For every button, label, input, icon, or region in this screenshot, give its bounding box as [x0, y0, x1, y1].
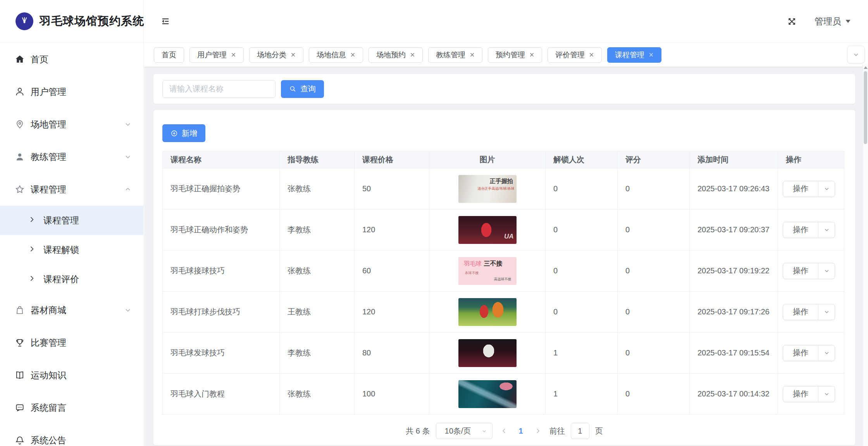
close-icon[interactable]	[410, 52, 415, 57]
sidebar-item-label: 器材商城	[31, 304, 66, 316]
course-name: 羽毛球正确动作和姿势	[163, 209, 280, 250]
main-content: 查询 新增 课程名称 指导教练 课程价格 图片 解锁人次 评分 添加时间 操作	[144, 67, 868, 446]
sidebar-item-label: 首页	[31, 53, 48, 65]
sidebar-item-label: 场地管理	[31, 118, 66, 130]
close-icon[interactable]	[529, 52, 534, 57]
courses-table: 课程名称 指导教练 课程价格 图片 解锁人次 评分 添加时间 操作 羽毛球正确握…	[162, 151, 844, 415]
tab-home[interactable]: 首页	[154, 47, 184, 63]
row-action-button[interactable]: 操作	[783, 386, 835, 402]
sidebar-subitem-course-unlock[interactable]: 课程解锁	[0, 235, 143, 264]
course-coach: 张教练	[280, 168, 355, 209]
sidebar-subitem-course-review[interactable]: 课程评价	[0, 264, 143, 294]
tab-venue-booking[interactable]: 场地预约	[369, 47, 423, 63]
star-icon	[14, 184, 25, 195]
table-row: 羽毛球接球技巧 张教练 60 羽毛球三不接杀球不接高远球不接 0 0 2025-…	[163, 250, 844, 292]
course-coach: 李教练	[280, 209, 355, 250]
row-action-button[interactable]: 操作	[783, 345, 835, 361]
row-action-button[interactable]: 操作	[783, 263, 835, 279]
sidebar-item-competitions[interactable]: 比赛管理	[0, 326, 143, 359]
table-header-row: 课程名称 指导教练 课程价格 图片 解锁人次 评分 添加时间 操作	[163, 151, 844, 168]
close-icon[interactable]	[291, 52, 296, 57]
sidebar-item-sports-knowledge[interactable]: 运动知识	[0, 359, 143, 391]
tab-venue-info[interactable]: 场地信息	[309, 47, 363, 63]
chevron-down-icon	[124, 120, 132, 128]
chevron-down-icon	[124, 153, 132, 161]
course-image: 羽毛球三不接杀球不接高远球不接	[458, 257, 517, 285]
sidebar-item-label: 课程管理	[31, 184, 66, 196]
row-action-button[interactable]: 操作	[783, 181, 835, 197]
sidebar-item-label: 比赛管理	[31, 337, 66, 349]
course-price: 50	[355, 168, 429, 209]
chevron-down-icon	[124, 306, 132, 314]
tab-course-manage[interactable]: 课程管理	[607, 47, 661, 63]
top-header: 管理员	[144, 0, 868, 43]
sidebar-item-users[interactable]: 用户管理	[0, 75, 143, 108]
close-icon[interactable]	[350, 52, 355, 57]
course-rating: 0	[618, 209, 690, 250]
row-action-button[interactable]: 操作	[783, 222, 835, 238]
tab-bar: 首页 用户管理 场地分类 场地信息 场地预约 教练管理 预约管理 评价管理 课程…	[144, 43, 868, 67]
sidebar-item-home[interactable]: 首页	[0, 43, 143, 75]
pagination-total: 共 6 条	[406, 426, 430, 436]
course-rating: 0	[618, 333, 690, 374]
sidebar-subitem-course-manage[interactable]: 课程管理	[0, 206, 143, 235]
next-page-button[interactable]	[532, 427, 544, 434]
course-unlocks: 0	[546, 292, 618, 333]
course-rating: 0	[618, 168, 690, 209]
course-image: 正手握拍适合正手高远/吊球/杀球	[458, 175, 517, 203]
sidebar-item-system-messages[interactable]: 系统留言	[0, 391, 143, 424]
sidebar-item-coaches[interactable]: 教练管理	[0, 141, 143, 173]
tab-venue-category[interactable]: 场地分类	[249, 47, 303, 63]
col-price: 课程价格	[355, 151, 429, 168]
plus-circle-icon	[170, 130, 178, 137]
tab-coach-manage[interactable]: 教练管理	[428, 47, 482, 63]
goto-page-input[interactable]	[571, 423, 589, 439]
table-row: 羽毛球发球技巧 李教练 80 1 0 2025-03-17 09:15:54 操…	[163, 333, 844, 374]
tab-user-manage[interactable]: 用户管理	[189, 47, 244, 63]
sidebar: 羽毛球场馆预约系统 首页 用户管理 场地管理 教练管理	[0, 0, 144, 446]
page-size-select[interactable]: 10条/页	[436, 423, 493, 439]
chevron-right-icon	[28, 215, 36, 226]
caret-down-icon	[845, 19, 851, 24]
tab-booking-manage[interactable]: 预约管理	[488, 47, 542, 63]
page-scrollbar[interactable]	[863, 64, 868, 446]
trophy-icon	[14, 337, 25, 348]
scrollbar-thumb[interactable]	[864, 71, 867, 144]
fullscreen-icon[interactable]	[787, 17, 797, 26]
sidebar-item-announcements[interactable]: 系统公告	[0, 424, 143, 446]
close-icon[interactable]	[470, 52, 475, 57]
chevron-down-icon	[818, 222, 835, 238]
close-icon[interactable]	[649, 52, 654, 57]
chevron-right-icon	[28, 274, 36, 285]
course-name: 羽毛球入门教程	[163, 374, 280, 415]
sidebar-item-equipment-shop[interactable]: 器材商城	[0, 294, 143, 326]
table-row: 羽毛球正确动作和姿势 李教练 120 UA 0 0 2025-03-17 09:…	[163, 209, 844, 250]
row-action-button[interactable]: 操作	[783, 304, 835, 320]
close-icon[interactable]	[589, 52, 594, 57]
add-button[interactable]: 新增	[162, 124, 205, 142]
query-button[interactable]: 查询	[281, 80, 324, 98]
course-rating: 0	[618, 374, 690, 415]
sidebar-item-venues[interactable]: 场地管理	[0, 108, 143, 141]
course-coach: 李教练	[280, 333, 355, 374]
sidebar-item-courses[interactable]: 课程管理	[0, 173, 143, 206]
course-image: UA	[458, 216, 517, 244]
sidebar-fold-icon[interactable]	[160, 16, 170, 26]
course-time: 2025-03-17 09:26:43	[690, 168, 778, 209]
course-price: 100	[355, 374, 429, 415]
search-input[interactable]	[162, 80, 276, 98]
tab-review-manage[interactable]: 评价管理	[548, 47, 602, 63]
sidebar-item-label: 教练管理	[31, 151, 66, 163]
close-icon[interactable]	[231, 52, 236, 57]
prev-page-button[interactable]	[498, 427, 510, 434]
page-number[interactable]: 1	[516, 427, 526, 436]
tab-list-dropdown[interactable]	[847, 46, 865, 63]
scroll-up-arrow[interactable]	[864, 66, 868, 69]
app-logo: 羽毛球场馆预约系统	[0, 0, 143, 43]
col-coach: 指导教练	[280, 151, 355, 168]
course-price: 120	[355, 292, 429, 333]
admin-menu[interactable]: 管理员	[815, 15, 851, 27]
table-panel: 新增 课程名称 指导教练 课程价格 图片 解锁人次 评分 添加时间 操作 羽毛球…	[153, 110, 855, 445]
sidebar-item-label: 系统留言	[31, 402, 66, 414]
pagination: 共 6 条 10条/页 1 前往 页	[153, 423, 855, 439]
